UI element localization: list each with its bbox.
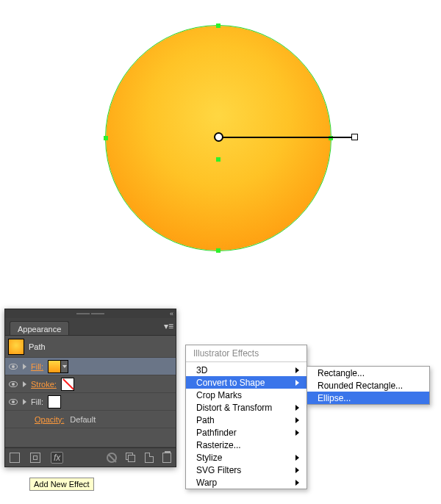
menu-item-label: Warp (196, 478, 217, 488)
selection-handle-center[interactable] (216, 157, 220, 162)
duplicate-item-icon[interactable] (126, 453, 136, 463)
submenu-arrow-icon (295, 380, 299, 386)
appearance-row-opacity[interactable]: Opacity: Default (5, 411, 176, 428)
eye-icon (9, 364, 18, 370)
delete-item-icon[interactable] (162, 453, 171, 463)
clear-appearance-icon[interactable] (107, 453, 117, 463)
menu-item-ellipse[interactable]: Ellipse... (307, 392, 429, 404)
gradient-annotator-line[interactable] (218, 137, 355, 138)
stroke-swatch (61, 378, 74, 391)
menu-item-rectangle[interactable]: Rectangle... (307, 367, 429, 379)
convert-to-shape-submenu: Rectangle...Rounded Rectangle...Ellipse.… (306, 366, 430, 405)
opacity-label[interactable]: Opacity: (35, 415, 64, 424)
visibility-toggle[interactable] (8, 379, 18, 389)
menu-item-rasterize[interactable]: Rasterize... (186, 439, 306, 451)
menu-item-stylize[interactable]: Stylize (186, 451, 306, 464)
new-item-icon[interactable] (145, 453, 154, 463)
selection-handle-left[interactable] (104, 136, 108, 140)
submenu-arrow-icon (295, 367, 299, 373)
menu-item-label: Rounded Rectangle... (318, 381, 403, 391)
fill-swatch-picker[interactable] (48, 360, 68, 373)
menu-item-label: Rasterize... (196, 440, 241, 450)
menu-item-pathfinder[interactable]: Pathfinder (186, 426, 306, 439)
menu-item-label: Rectangle... (318, 368, 365, 378)
menu-item-path[interactable]: Path (186, 414, 306, 426)
selection-handle-bottom[interactable] (216, 248, 220, 253)
tooltip-add-new-effect: Add New Effect (29, 478, 94, 491)
panel-flyout-menu-icon[interactable]: ▾≡ (164, 321, 176, 335)
menu-item-label: Distort & Transform (196, 403, 272, 413)
selection-handle-top[interactable] (216, 24, 220, 28)
swatch-dropdown-icon[interactable] (61, 360, 68, 373)
menu-item-label: Path (196, 415, 215, 425)
submenu-arrow-icon (295, 467, 299, 473)
appearance-row-fill-0[interactable]: Fill: (5, 358, 176, 375)
appearance-panel-footer: fx (5, 447, 176, 467)
menu-item-label: Crop Marks (196, 390, 242, 400)
appearance-target-label: Path (29, 342, 46, 351)
stroke-swatch-picker[interactable] (61, 378, 74, 391)
appearance-thumbnail (8, 339, 24, 355)
canvas-area[interactable] (0, 0, 441, 316)
gradient-end-handle[interactable] (351, 134, 358, 140)
appearance-empty-row (5, 428, 176, 447)
menu-item-3d[interactable]: 3D (186, 364, 306, 376)
appearance-attr-label[interactable]: Fill: (31, 362, 43, 371)
panel-tab-appearance[interactable]: Appearance (10, 321, 69, 335)
appearance-row-stroke[interactable]: Stroke: (5, 375, 176, 393)
menu-item-rounded-rectangle[interactable]: Rounded Rectangle... (307, 379, 429, 392)
appearance-attr-label: Fill: (31, 397, 43, 406)
disclosure-triangle-icon[interactable] (23, 364, 26, 370)
submenu-arrow-icon (295, 455, 299, 461)
submenu-arrow-icon (295, 405, 299, 411)
appearance-target-row[interactable]: Path (5, 336, 176, 358)
effects-menu: Illustrator Effects 3DConvert to ShapeCr… (185, 345, 307, 489)
appearance-attr-label[interactable]: Stroke: (31, 380, 57, 389)
panel-collapse-icon[interactable]: « (170, 310, 173, 317)
visibility-toggle[interactable] (8, 361, 18, 372)
menu-item-warp[interactable]: Warp (186, 476, 306, 489)
submenu-arrow-icon (295, 430, 299, 436)
menu-item-convert-to-shape[interactable]: Convert to Shape (186, 376, 306, 389)
eye-icon (9, 399, 18, 405)
visibility-toggle[interactable] (8, 397, 18, 407)
appearance-panel-body: Path Fill: Stroke: Fill: (5, 336, 176, 447)
menu-item-label: Ellipse... (318, 393, 351, 403)
submenu-arrow-icon (295, 417, 299, 423)
eye-icon (9, 381, 18, 387)
new-stroke-icon[interactable] (30, 453, 40, 463)
submenu-arrow-icon (295, 480, 299, 486)
fill-swatch (48, 395, 61, 408)
disclosure-triangle-icon[interactable] (23, 381, 26, 387)
effects-menu-header: Illustrator Effects (186, 345, 306, 360)
panel-grip[interactable]: « (5, 309, 176, 318)
menu-item-crop-marks[interactable]: Crop Marks (186, 389, 306, 401)
menu-item-label: 3D (196, 365, 207, 375)
menu-item-label: Stylize (196, 453, 222, 463)
menu-item-label: SVG Filters (196, 465, 241, 475)
gradient-origin-handle[interactable] (214, 132, 223, 142)
appearance-row-fill-1[interactable]: Fill: (5, 393, 176, 411)
opacity-value: Default (70, 415, 96, 424)
menu-item-svg-filters[interactable]: SVG Filters (186, 464, 306, 476)
appearance-panel: « Appearance ▾≡ Path Fill: Stroke: (4, 309, 176, 467)
menu-item-label: Convert to Shape (196, 378, 265, 388)
add-new-effect-button[interactable]: fx (51, 452, 63, 464)
disclosure-triangle-icon[interactable] (23, 399, 26, 405)
menu-item-label: Pathfinder (196, 428, 237, 438)
menu-separator (186, 361, 306, 362)
new-fill-icon[interactable] (10, 453, 20, 463)
fill-swatch (48, 360, 61, 373)
menu-item-distort-transform[interactable]: Distort & Transform (186, 401, 306, 414)
fill-swatch-picker[interactable] (48, 395, 61, 408)
